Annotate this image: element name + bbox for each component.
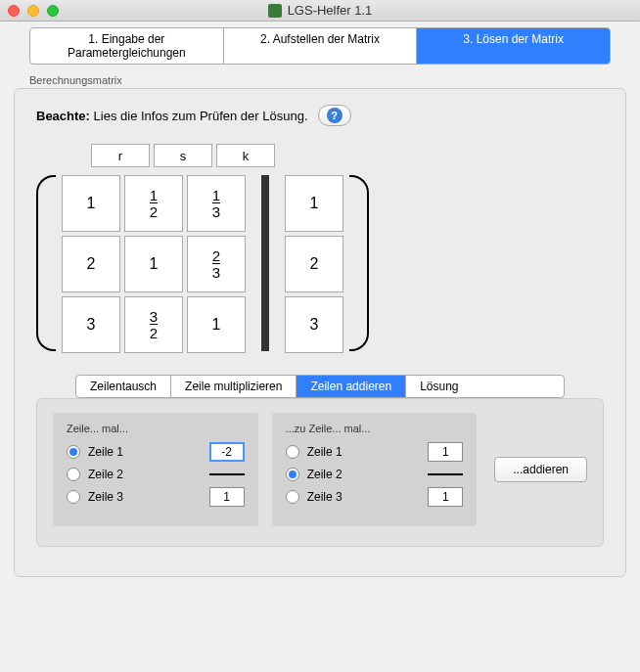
sub-tab-1[interactable]: Zeile multiplizieren (171, 376, 297, 397)
app-icon (268, 4, 282, 18)
paren-right-icon (349, 175, 369, 351)
main-tabs: 1. Eingabe der Parametergleichungen2. Au… (29, 27, 611, 65)
matrix-cell[interactable]: 1 (124, 236, 183, 292)
matrix-cell[interactable]: 12 (124, 175, 183, 232)
target-label-2: Zeile 3 (307, 490, 421, 504)
source-factor-0[interactable] (209, 442, 245, 462)
target-radio-2[interactable] (286, 490, 299, 504)
add-button[interactable]: ...addieren (494, 457, 587, 482)
sub-tab-3[interactable]: Lösung (406, 376, 472, 397)
target-radio-1[interactable] (286, 468, 299, 481)
matrix-cell[interactable]: 32 (124, 296, 183, 353)
source-header: Zeile... mal... (67, 423, 245, 434)
window-title: LGS-Helfer 1.1 (0, 3, 640, 18)
target-factor-0[interactable] (428, 442, 463, 462)
matrix-cell[interactable]: 23 (187, 236, 246, 292)
main-tab-0[interactable]: 1. Eingabe der Parametergleichungen (30, 28, 224, 64)
sub-tab-0[interactable]: Zeilentausch (76, 376, 171, 397)
matrix-cell[interactable]: 1 (62, 175, 120, 232)
sub-tab-2[interactable]: Zeilen addieren (297, 376, 406, 397)
question-icon: ? (327, 108, 343, 123)
target-header: ...zu Zeile... mal... (286, 423, 464, 434)
target-row-group: ...zu Zeile... mal... Zeile 1Zeile 2Zeil… (272, 413, 478, 526)
source-label-2: Zeile 3 (88, 490, 202, 504)
source-radio-2[interactable] (67, 490, 80, 504)
target-label-1: Zeile 2 (307, 468, 421, 481)
matrix-cell[interactable]: 13 (187, 175, 246, 232)
group-label: Berechnungsmatrix (29, 74, 640, 86)
notice: Beachte: Lies die Infos zum Prüfen der L… (36, 105, 604, 126)
column-header-r: r (91, 144, 150, 167)
matrix-cell[interactable]: 1 (187, 296, 246, 353)
matrix-cell[interactable]: 1 (285, 175, 343, 232)
column-header-k: k (216, 144, 275, 167)
paren-left-icon (36, 175, 56, 351)
main-panel: Beachte: Lies die Infos zum Prüfen der L… (14, 88, 626, 577)
matrix-cell[interactable]: 3 (285, 296, 343, 353)
main-tab-1[interactable]: 2. Aufstellen der Matrix (224, 28, 418, 64)
matrix: 1121321233321 123 (36, 175, 604, 351)
fraction-bar-icon (209, 473, 245, 475)
matrix-cell[interactable]: 2 (62, 236, 120, 292)
target-label-0: Zeile 1 (307, 445, 421, 459)
fraction-bar-icon (428, 473, 463, 475)
source-label-1: Zeile 2 (88, 468, 202, 481)
source-radio-0[interactable] (67, 445, 80, 459)
titlebar: LGS-Helfer 1.1 (0, 0, 640, 22)
target-radio-0[interactable] (286, 445, 299, 459)
matrix-cell[interactable]: 3 (62, 296, 120, 353)
matrix-cell[interactable]: 2 (285, 236, 343, 292)
matrix-separator (261, 175, 269, 351)
help-button[interactable]: ? (318, 105, 351, 126)
sub-tabs: ZeilentauschZeile multiplizierenZeilen a… (75, 375, 565, 398)
target-factor-2[interactable] (428, 487, 463, 507)
main-tab-2[interactable]: 3. Lösen der Matrix (417, 28, 610, 64)
source-radio-1[interactable] (67, 468, 80, 481)
source-factor-2[interactable] (209, 487, 245, 507)
column-header-s: s (154, 144, 212, 167)
column-headers: rsk (91, 144, 604, 167)
source-label-0: Zeile 1 (88, 445, 202, 459)
operation-panel: Zeile... mal... Zeile 1Zeile 2Zeile 3 ..… (36, 398, 604, 547)
source-row-group: Zeile... mal... Zeile 1Zeile 2Zeile 3 (53, 413, 258, 526)
